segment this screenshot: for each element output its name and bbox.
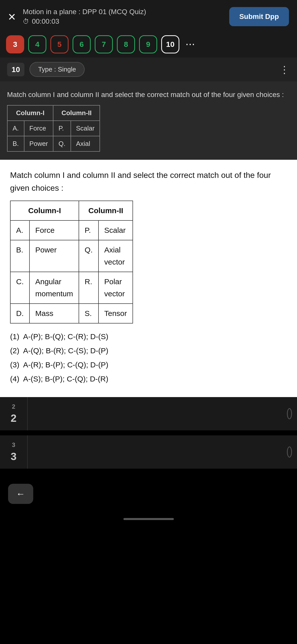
- answer-num-main-3: 3: [11, 450, 16, 463]
- more-options-button[interactable]: ⋮: [279, 64, 290, 75]
- back-button-container: ←: [0, 479, 297, 514]
- match-cell-a-val: Force: [29, 220, 79, 240]
- radio-circle-2: [287, 408, 292, 419]
- match-col1-header: Column-I: [10, 201, 79, 220]
- header-left: × Motion in a plane : DPP 01 (MCQ Quiz) …: [8, 8, 225, 25]
- cell-b-letter: B.: [7, 136, 24, 151]
- match-cell-a-letter: A.: [10, 220, 29, 240]
- col2-header: Column-II: [53, 105, 100, 121]
- answer-card-3[interactable]: 3 3: [0, 435, 297, 469]
- match-cell-b-val: Power: [29, 240, 79, 272]
- close-button[interactable]: ×: [8, 10, 16, 23]
- answer-card-2[interactable]: 2 2: [0, 397, 297, 430]
- cell-p-letter: P.: [53, 121, 71, 136]
- submit-dpp-button[interactable]: Submit Dpp: [229, 7, 289, 26]
- option-2[interactable]: (2) A-(Q); B-(R); C-(S); D-(P): [10, 345, 287, 357]
- option-4[interactable]: (4) A-(S); B-(P); C-(Q); D-(R): [10, 373, 287, 385]
- answer-num-top-3: 3: [12, 441, 15, 448]
- question-number-box: 10: [7, 63, 24, 76]
- back-button[interactable]: ←: [8, 484, 33, 504]
- match-row-d: D. Mass S. Tensor: [10, 304, 133, 323]
- match-cell-q-val: Axialvector: [98, 240, 133, 272]
- match-cell-d-val: Mass: [29, 304, 79, 323]
- question-number-8[interactable]: 8: [117, 35, 135, 53]
- answer-num-col-3: 3 3: [0, 435, 28, 469]
- cell-q-letter: Q.: [53, 136, 71, 151]
- question-number-10[interactable]: 10: [161, 35, 179, 53]
- answer-radio-2[interactable]: [282, 397, 297, 430]
- answer-num-top-2: 2: [12, 403, 15, 410]
- match-cell-d-letter: D.: [10, 304, 29, 323]
- answer-radio-3[interactable]: [282, 435, 297, 469]
- header-info: Motion in a plane : DPP 01 (MCQ Quiz) ⏱ …: [23, 8, 146, 25]
- match-cell-p-val: Scalar: [98, 220, 133, 240]
- question-type-badge: Type : Single: [29, 62, 84, 77]
- home-indicator: [0, 514, 297, 528]
- question-number-9[interactable]: 9: [139, 35, 157, 53]
- match-row-a: A. Force P. Scalar: [10, 220, 133, 240]
- answer-text-2: [28, 397, 282, 430]
- answer-text-3: [28, 435, 282, 469]
- match-cell-p-letter: P.: [79, 220, 98, 240]
- back-arrow-icon: ←: [16, 489, 25, 499]
- quiz-title: Motion in a plane : DPP 01 (MCQ Quiz): [23, 8, 146, 16]
- timer-display: 00:00:03: [32, 17, 59, 25]
- match-row-c: C. Angularmomentum R. Polarvector: [10, 272, 133, 304]
- question-preview: Match column I and column II and select …: [0, 81, 297, 160]
- question-numbers-bar: 3 4 5 6 7 8 9 10 ⋯: [0, 31, 297, 57]
- header: × Motion in a plane : DPP 01 (MCQ Quiz) …: [0, 0, 297, 31]
- question-header-bar: 10 Type : Single ⋮: [0, 57, 297, 81]
- match-cell-r-letter: R.: [79, 272, 98, 304]
- cell-p-val: Scalar: [71, 121, 100, 136]
- timer-icon: ⏱: [23, 18, 29, 25]
- modal-question-text: Match column I and column II and select …: [10, 169, 287, 195]
- question-preview-text: Match column I and column II and select …: [7, 89, 290, 100]
- match-cell-r-val: Polarvector: [98, 272, 133, 304]
- home-bar: [123, 518, 174, 520]
- table-row: B. Power Q. Axial: [7, 136, 100, 151]
- question-number-5[interactable]: 5: [50, 35, 69, 53]
- answer-options-section: 2 2 3 3: [0, 397, 297, 479]
- options-list: (1) A-(P); B-(Q); C-(R); D-(S) (2) A-(Q)…: [10, 331, 287, 385]
- radio-circle-3: [287, 446, 292, 458]
- question-number-7[interactable]: 7: [95, 35, 113, 53]
- match-cell-c-val: Angularmomentum: [29, 272, 79, 304]
- modal-overlay: Match column I and column II and select …: [0, 160, 297, 397]
- grid-icon[interactable]: ⋯: [185, 39, 195, 50]
- match-cell-q-letter: Q.: [79, 240, 98, 272]
- cell-q-val: Axial: [71, 136, 100, 151]
- question-number-4[interactable]: 4: [28, 35, 46, 53]
- col1-header: Column-I: [7, 105, 53, 121]
- cell-a-letter: A.: [7, 121, 24, 136]
- option-3[interactable]: (3) A-(R); B-(P); C-(Q); D-(P): [10, 359, 287, 371]
- match-cell-s-letter: S.: [79, 304, 98, 323]
- cell-b-val: Power: [24, 136, 53, 151]
- timer-row: ⏱ 00:00:03: [23, 17, 146, 25]
- question-number-6[interactable]: 6: [73, 35, 91, 53]
- question-preview-table: Column-I Column-II A. Force P. Scalar B.…: [7, 105, 100, 152]
- match-table: Column-I Column-II A. Force P. Scalar B.…: [10, 201, 133, 324]
- option-1[interactable]: (1) A-(P); B-(Q); C-(R); D-(S): [10, 331, 287, 343]
- match-row-b: B. Power Q. Axialvector: [10, 240, 133, 272]
- modal-content: Match column I and column II and select …: [0, 160, 297, 397]
- match-cell-s-val: Tensor: [98, 304, 133, 323]
- question-number-3[interactable]: 3: [6, 35, 24, 53]
- cell-a-val: Force: [24, 121, 53, 136]
- answer-num-main-2: 2: [11, 412, 16, 424]
- table-row: A. Force P. Scalar: [7, 121, 100, 136]
- match-col2-header: Column-II: [79, 201, 133, 220]
- answer-num-col-2: 2 2: [0, 397, 28, 430]
- match-cell-b-letter: B.: [10, 240, 29, 272]
- match-cell-c-letter: C.: [10, 272, 29, 304]
